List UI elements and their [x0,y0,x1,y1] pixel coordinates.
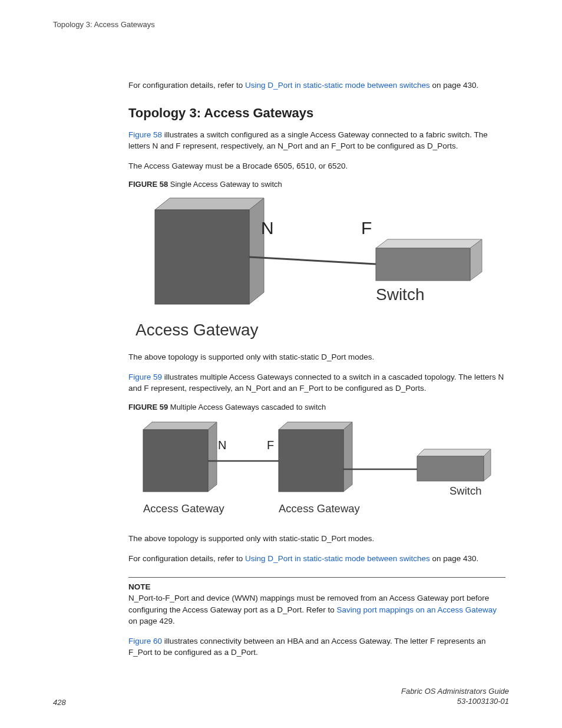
link-saving-mappings[interactable]: Saving port mappings on an Access Gatewa… [336,605,497,614]
paragraph: Figure 58 illustrates a switch configure… [128,129,505,152]
paragraph: Figure 59 illustrates multiple Access Ga… [128,371,505,394]
separator-line [128,577,505,578]
svg-rect-2 [155,210,249,304]
label-f: F [361,218,372,238]
label-access-gateway: Access Gateway [135,321,259,340]
access-gateway-cube-1-icon [143,422,217,492]
label-access-gateway-1: Access Gateway [143,502,224,515]
text: illustrates multiple Access Gateways con… [128,373,504,393]
caption-label: FIGURE 59 [128,403,168,411]
link-figure-58[interactable]: Figure 58 [128,130,162,139]
link-static-mode-2[interactable]: Using D_Port in static-static mode betwe… [245,554,430,563]
note-paragraph: N_Port-to-F_Port and device (WWN) mappin… [128,592,505,627]
label-n: N [218,439,226,452]
figure-58-diagram: N F Switch Access Gateway [128,192,505,345]
switch-cube-icon [417,449,491,481]
footer-doc-number: 53-1003130-01 [457,697,509,706]
svg-marker-0 [155,198,264,210]
svg-marker-12 [417,449,491,456]
text: For configuration details, refer to [128,81,245,90]
link-line-icon [249,257,376,264]
link-figure-59[interactable]: Figure 59 [128,373,162,381]
svg-marker-10 [343,422,352,492]
section-heading: Topology 3: Access Gateways [128,106,505,121]
svg-rect-14 [417,456,484,481]
link-figure-60[interactable]: Figure 60 [128,637,162,645]
label-switch: Switch [376,285,424,304]
figure-59-diagram: N F Switch Access Gateway Access Gateway [128,415,505,527]
paragraph: The above topology is supported only wit… [128,533,505,545]
caption-label: FIGURE 58 [128,180,168,189]
caption-text: Single Access Gateway to switch [168,180,282,189]
running-head: Topology 3: Access Gateways [53,20,509,29]
page-footer: 428 Fabric OS Administrators Guide 53-10… [53,686,509,707]
paragraph: The above topology is supported only wit… [128,351,505,363]
caption-text: Multiple Access Gateways cascaded to swi… [168,403,326,411]
paragraph: For configuration details, refer to Usin… [128,553,505,565]
label-f: F [267,439,274,452]
content-area: For configuration details, refer to Usin… [128,80,505,658]
paragraph: Figure 60 illustrates connectivity betwe… [128,635,505,658]
text: For configuration details, refer to [128,554,245,563]
text: illustrates a switch configured as a sin… [128,130,488,151]
svg-marker-3 [376,239,482,248]
svg-marker-7 [208,422,217,492]
text: illustrates connectivity between an HBA … [128,637,486,657]
label-access-gateway-2: Access Gateway [279,502,360,515]
footer-text: Fabric OS Administrators Guide 53-100313… [401,686,509,707]
access-gateway-cube-2-icon [279,422,352,492]
figure-59-caption: FIGURE 59 Multiple Access Gateways casca… [128,403,505,411]
svg-rect-5 [376,248,470,281]
svg-marker-9 [279,422,352,430]
access-gateway-cube-icon [155,198,264,304]
figure-58-caption: FIGURE 58 Single Access Gateway to switc… [128,180,505,189]
svg-marker-1 [249,198,264,304]
footer-title: Fabric OS Administrators Guide [401,687,509,696]
paragraph: The Access Gateway must be a Brocade 650… [128,160,505,172]
label-switch: Switch [449,485,482,498]
svg-rect-8 [143,430,208,492]
text: on page 430. [430,81,479,90]
note-label: NOTE [128,582,505,591]
switch-cube-icon [376,239,482,281]
text: on page 429. [128,617,175,625]
page: Topology 3: Access Gateways For configur… [0,0,562,728]
svg-marker-6 [143,422,217,430]
text: on page 430. [430,554,479,563]
link-static-mode-1[interactable]: Using D_Port in static-static mode betwe… [245,81,430,90]
page-number: 428 [53,698,66,707]
intro-paragraph: For configuration details, refer to Usin… [128,80,505,91]
svg-rect-11 [279,430,343,492]
label-n: N [261,218,274,238]
